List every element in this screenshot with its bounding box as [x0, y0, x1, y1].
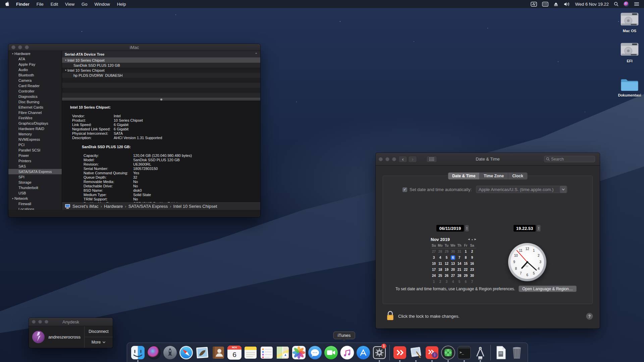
sidebar-item-controller[interactable]: Controller [8, 88, 62, 94]
calendar-prev-icon[interactable]: ◀ [468, 238, 470, 241]
back-button[interactable]: ‹ [398, 156, 407, 163]
more-button[interactable]: More [85, 337, 113, 348]
tree-row[interactable]: ▼Intel 10 Series Chipset [62, 58, 260, 63]
menu-item-go[interactable]: Go [82, 2, 87, 7]
sidebar-item-memory[interactable]: Memory [8, 131, 62, 137]
sidebar-item-ethernet-cards[interactable]: Ethernet Cards [8, 105, 62, 110]
sidebar-item-sas[interactable]: SAS [8, 164, 62, 169]
breadcrumb-item[interactable]: Hardware [104, 204, 123, 209]
sidebar-item-firewire[interactable]: FireWire [8, 115, 62, 121]
anydesk-titlebar[interactable]: Anydesk [29, 318, 113, 326]
disclosure-triangle-icon[interactable]: ▼ [11, 197, 14, 200]
calendar-day[interactable]: 22 [463, 266, 469, 273]
sidebar-item-hardware[interactable]: ▼Hardware [8, 51, 62, 56]
sidebar-item-apple-pay[interactable]: Apple Pay [8, 62, 62, 67]
dock-item-app-store[interactable] [355, 343, 371, 362]
auto-datetime-checkbox[interactable]: ✓ [402, 187, 407, 192]
calendar-day[interactable]: 2 [469, 248, 475, 254]
pane-splitter[interactable] [62, 98, 260, 101]
dock-item-trash[interactable] [509, 343, 525, 362]
calendar-day[interactable]: 18 [437, 266, 443, 273]
sidebar-item-power[interactable]: Power [8, 153, 62, 158]
sidebar-item-ata[interactable]: ATA [8, 56, 62, 62]
calendar-day[interactable]: 17 [431, 266, 437, 273]
sidebar-item-card-reader[interactable]: Card Reader [8, 83, 62, 88]
dock-item-messages[interactable] [307, 343, 323, 362]
zoom-button[interactable] [25, 45, 29, 49]
tree-row[interactable]: hp PLDS DVDRW DU8AESH [62, 73, 260, 78]
lock-icon[interactable] [386, 310, 394, 322]
sidebar-item-printers[interactable]: Printers [8, 158, 62, 164]
disclosure-triangle-icon[interactable]: ▼ [64, 69, 67, 71]
sidebar-item-sata-sata-express[interactable]: SATA/SATA Express [8, 169, 62, 174]
calendar-day[interactable]: 21 [456, 266, 463, 273]
sidebar-item-usb[interactable]: USB [8, 190, 62, 196]
dock-item-maps[interactable] [275, 343, 291, 362]
dock-item-mail[interactable] [194, 343, 210, 362]
disclosure-triangle-icon[interactable]: ▼ [11, 53, 14, 55]
time-input[interactable]: 19.22.53 [514, 225, 536, 232]
calendar-day[interactable]: 14 [456, 260, 463, 266]
calendar-day[interactable]: 28 [456, 273, 463, 279]
calendar-day[interactable]: 28 [437, 248, 443, 254]
menu-item-help[interactable]: Help [117, 2, 126, 7]
sidebar-item-graphics-displays[interactable]: Graphics/Displays [8, 121, 62, 126]
calendar-day[interactable]: 6 [463, 279, 469, 285]
calendar-day[interactable]: 29 [463, 273, 469, 279]
sidebar-item-diagnostics[interactable]: Diagnostics [8, 94, 62, 99]
menu-clock[interactable]: Wed 6 Nov 19.22 [575, 2, 609, 7]
dock-item-clover-configurator[interactable] [440, 343, 456, 362]
calendar-day[interactable]: 3 [443, 279, 450, 285]
calendar-day[interactable]: 5 [443, 254, 450, 260]
tree-row[interactable]: ▼Intel 10 Series Chipset [62, 68, 260, 73]
calendar-day[interactable]: 26 [443, 273, 450, 279]
open-language-region-button[interactable]: Open Language & Region… [519, 286, 577, 292]
sysinfo-titlebar[interactable]: iMac [8, 44, 260, 51]
sidebar-item-thunderbolt[interactable]: Thunderbolt [8, 185, 62, 190]
sidebar-item-bluetooth[interactable]: Bluetooth [8, 72, 62, 78]
sidebar-item-storage[interactable]: Storage [8, 180, 62, 185]
close-button[interactable] [32, 320, 36, 324]
calendar-day[interactable]: 2 [437, 279, 443, 285]
menu-item-window[interactable]: Window [94, 2, 110, 7]
breadcrumb-item[interactable]: Intel 10 Series Chipset [173, 204, 217, 209]
calendar-day[interactable]: 20 [450, 266, 456, 273]
calendar-day[interactable]: 19 [443, 266, 450, 273]
calendar-day[interactable]: 27 [450, 273, 456, 279]
sidebar-item-audio[interactable]: Audio [8, 67, 62, 72]
calendar-day[interactable]: 1 [463, 248, 469, 254]
calendar-day[interactable]: 8 [463, 254, 469, 260]
calendar-day[interactable]: 30 [469, 273, 475, 279]
search-icon[interactable] [614, 2, 619, 6]
minimize-button[interactable] [385, 157, 389, 161]
menu-item-file[interactable]: File [37, 2, 44, 7]
calendar-day[interactable]: 13 [450, 260, 456, 266]
dock-item-itunes[interactable] [339, 343, 355, 362]
menu-item-edit[interactable]: Edit [51, 2, 58, 7]
dock-item-launchpad[interactable] [162, 343, 178, 362]
apple-menu-icon[interactable] [5, 1, 9, 7]
calendar-today-icon[interactable]: ● [471, 238, 473, 241]
dock-item-document[interactable] [493, 343, 509, 362]
calendar-day[interactable]: 4 [450, 279, 456, 285]
calendar-day[interactable]: 15 [463, 260, 469, 266]
calendar-day[interactable]: 7 [456, 254, 463, 260]
calendar-day[interactable]: 4 [437, 254, 443, 260]
minimize-button[interactable] [18, 45, 22, 49]
calendar-day[interactable]: 7 [469, 279, 475, 285]
date-stepper[interactable]: ▲▼ [465, 225, 469, 232]
dock-item-anydesk-tor[interactable] [424, 343, 440, 362]
sidebar-item-spi[interactable]: SPI [8, 174, 62, 180]
dock-item-system-preferences[interactable]: 1 [371, 343, 387, 362]
calendar-day[interactable]: 10 [431, 260, 437, 266]
breadcrumb-item[interactable]: Secret's iMac [72, 204, 99, 209]
dock-item-hackintool[interactable] [472, 343, 488, 362]
device-tree-header[interactable]: Serial-ATA Device Tree ⌃ [62, 51, 260, 58]
calendar-day[interactable]: 27 [431, 248, 437, 254]
calendar-day[interactable]: 16 [469, 260, 475, 266]
zoom-button[interactable] [392, 157, 396, 161]
calendar-day[interactable]: 12 [443, 260, 450, 266]
volume-icon[interactable] [564, 2, 570, 7]
siri-icon[interactable] [624, 1, 629, 7]
dock-item-photos[interactable] [291, 343, 307, 362]
